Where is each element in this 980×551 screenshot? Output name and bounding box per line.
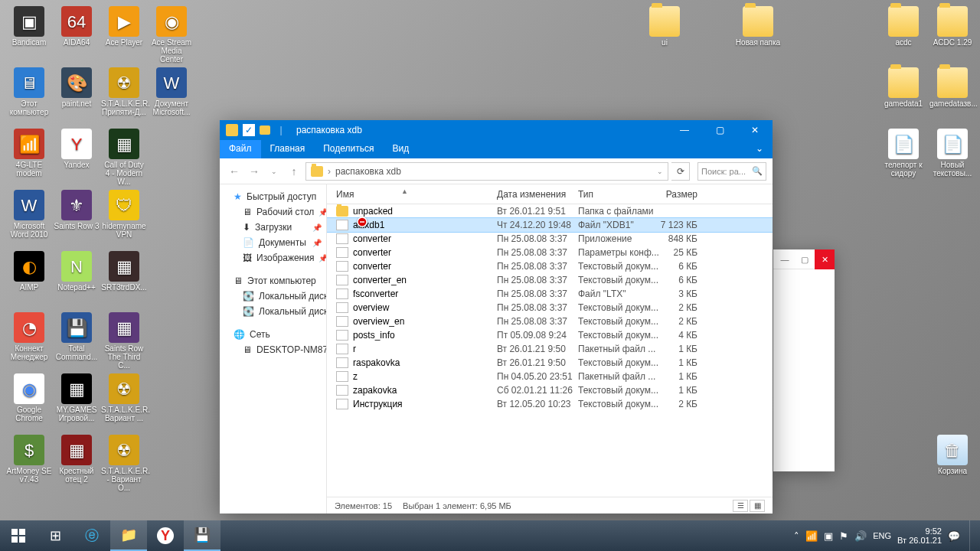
desktop-icon[interactable]: acdc xyxy=(880,6,926,47)
forward-button[interactable]: → xyxy=(246,163,263,180)
tray-modem-icon[interactable]: 📶 xyxy=(805,530,818,542)
desktop-icon[interactable]: Новая папка xyxy=(735,6,781,47)
desktop-icon[interactable]: 🛡hidemyname VPN xyxy=(101,190,147,239)
desktop-icon[interactable]: 64AIDA64 xyxy=(54,6,100,47)
bg-minimize-button[interactable]: — xyxy=(775,249,795,269)
desktop-icon[interactable]: ◐AIMP xyxy=(6,251,52,292)
file-row[interactable]: raspakovkaВт 26.01.21 9:50Текстовый доку… xyxy=(327,356,773,370)
file-row[interactable]: zПн 04.05.20 23:51Пакетный файл ...1 КБ xyxy=(327,370,773,383)
desktop-icon[interactable]: 📄Новый текстовы... xyxy=(929,129,975,178)
desktop-icon[interactable]: ui xyxy=(642,6,688,47)
desktop-icon[interactable]: 📄телепорт к сидору xyxy=(880,129,926,178)
file-row[interactable]: converterПн 25.08.08 3:37Параметры конф.… xyxy=(327,246,773,259)
nav-drive-c[interactable]: 💽Локальный диск (C xyxy=(220,289,326,304)
desktop-icon[interactable]: $ArtMoney SE v7.43 xyxy=(6,435,52,484)
taskbar-yandex[interactable]: Y xyxy=(147,520,184,551)
desktop-icon[interactable]: 💾Total Command... xyxy=(54,312,100,361)
desktop-icon[interactable]: ▦Call of Duty 4 - Modern W... xyxy=(101,129,147,186)
desktop-icon[interactable]: 📶4G-LTE modem xyxy=(6,129,52,178)
desktop-icon[interactable]: ⚜Saints Row 3 xyxy=(54,190,100,230)
taskbar-ie[interactable]: ⓔ xyxy=(74,520,110,551)
titlebar[interactable]: ✓ | распаковка xdb — ▢ ✕ xyxy=(220,120,773,140)
minimize-button[interactable]: — xyxy=(667,120,702,140)
file-row[interactable]: fsconverterПн 25.08.08 3:37Файл "LTX"3 К… xyxy=(327,287,773,301)
tray-language[interactable]: ENG xyxy=(873,531,891,540)
tab-view[interactable]: Вид xyxy=(383,140,418,158)
back-button[interactable]: ← xyxy=(226,163,243,180)
nav-quick-access[interactable]: ★Быстрый доступ xyxy=(220,189,326,204)
file-row[interactable]: rВт 26.01.21 9:50Пакетный файл ...1 КБ xyxy=(327,342,773,356)
up-button[interactable]: ↑ xyxy=(286,163,302,180)
desktop[interactable]: ▣Bandicam64AIDA64▶Ace Player◉Ace Stream … xyxy=(0,0,980,520)
desktop-icon[interactable]: ☢S.T.A.L.K.E.R. - Вариант О... xyxy=(101,435,147,492)
breadcrumb[interactable]: › распаковка xdb ⌄ xyxy=(305,162,668,181)
nav-network[interactable]: 🌐Сеть xyxy=(220,327,326,342)
desktop-icon[interactable]: ▶Ace Player xyxy=(101,6,147,47)
task-view-button[interactable]: ⊞ xyxy=(37,520,74,551)
file-row[interactable]: overviewПн 25.08.08 3:37Текстовый докум.… xyxy=(327,301,773,315)
maximize-button[interactable]: ▢ xyxy=(702,120,737,140)
desktop-icon[interactable]: ☢S.T.A.L.K.E.R. Припяти-Д... xyxy=(101,67,147,116)
recent-dropdown[interactable]: ⌄ xyxy=(266,163,283,180)
tray-clock[interactable]: 9:52 Вт 26.01.21 xyxy=(897,527,942,545)
desktop-icon[interactable]: gamedata1 xyxy=(880,67,926,108)
tab-share[interactable]: Поделиться xyxy=(314,140,383,158)
desktop-icon[interactable]: ☢S.T.A.L.K.E.R. Вариант ... xyxy=(101,373,147,422)
chevron-down-icon[interactable]: ⌄ xyxy=(657,168,663,175)
desktop-icon[interactable]: ▣Bandicam xyxy=(6,6,52,47)
view-icons-button[interactable]: ▦ xyxy=(750,500,765,512)
tab-home[interactable]: Главная xyxy=(261,140,315,158)
file-row[interactable]: converter_enПн 25.08.08 3:37Текстовый до… xyxy=(327,273,773,287)
file-row[interactable]: zapakovkaСб 02.01.21 11:26Текстовый доку… xyxy=(327,383,773,397)
column-headers[interactable]: Имя▲ Дата изменения Тип Размер xyxy=(327,184,773,204)
nav-documents[interactable]: 📄Документы📌 xyxy=(220,235,326,250)
desktop-icon[interactable]: ◔Коннект Менеджер xyxy=(6,312,52,361)
desktop-icon[interactable]: WMicrosoft Word 2010 xyxy=(6,190,52,239)
bg-maximize-button[interactable]: ▢ xyxy=(795,249,815,269)
show-desktop-button[interactable] xyxy=(969,520,974,551)
desktop-icon[interactable]: gamedataзв... xyxy=(929,67,975,108)
ribbon-expand-icon[interactable]: ⌄ xyxy=(746,140,773,158)
nav-this-pc[interactable]: 🖥Этот компьютер xyxy=(220,273,326,289)
col-size[interactable]: Размер xyxy=(659,189,705,200)
search-input[interactable]: Поиск: ра... 🔍 xyxy=(697,162,766,181)
col-type[interactable]: Тип xyxy=(578,189,659,200)
file-row[interactable]: unpackedВт 26.01.21 9:51Папка с файлами xyxy=(327,204,773,218)
nav-remote-pc[interactable]: 🖥DESKTOP-NM875TI xyxy=(220,342,326,357)
desktop-icon[interactable]: ▦SRT3trdDX... xyxy=(101,251,147,292)
file-row[interactable]: all.xdb1Чт 24.12.20 19:48Файл "XDB1"7 12… xyxy=(327,218,773,232)
taskbar-explorer[interactable]: 📁 xyxy=(110,520,147,551)
desktop-icon[interactable]: ACDC 1.29 xyxy=(929,6,975,47)
desktop-icon[interactable]: 🎨paint.net xyxy=(54,67,100,108)
bg-close-button[interactable]: ✕ xyxy=(815,249,835,269)
nav-drive-d[interactable]: 💽Локальный диск ( xyxy=(220,304,326,319)
nav-pane[interactable]: ★Быстрый доступ 🖥Рабочий стол📌 ⬇Загрузки… xyxy=(220,184,327,514)
taskbar-total-commander[interactable]: 💾 xyxy=(184,520,220,551)
checkbox-icon[interactable]: ✓ xyxy=(243,124,255,136)
nav-downloads[interactable]: ⬇Загрузки📌 xyxy=(220,220,326,235)
file-row[interactable]: converterПн 25.08.08 3:37Текстовый докум… xyxy=(327,259,773,273)
nav-pictures[interactable]: 🖼Изображения📌 xyxy=(220,250,326,266)
file-list[interactable]: unpackedВт 26.01.21 9:51Папка с файламиa… xyxy=(327,204,773,497)
tray-volume-icon[interactable]: 🔊 xyxy=(854,530,867,542)
desktop-icon[interactable]: ▦MY.GAMES Игровой... xyxy=(54,373,100,422)
desktop-icon[interactable]: NNotepad++ xyxy=(54,251,100,292)
nav-desktop[interactable]: 🖥Рабочий стол📌 xyxy=(220,204,326,220)
file-row[interactable]: posts_infoПт 05.09.08 9:24Текстовый доку… xyxy=(327,328,773,342)
desktop-icon[interactable]: ▦Saints Row The Third C... xyxy=(101,312,147,370)
col-name[interactable]: Имя▲ xyxy=(336,189,497,200)
col-date[interactable]: Дата изменения xyxy=(497,189,578,200)
desktop-icon[interactable]: ◉Ace Stream Media Center xyxy=(149,6,194,64)
tab-file[interactable]: Файл xyxy=(220,140,261,158)
desktop-icon[interactable]: WДокумент Microsoft... xyxy=(149,67,194,116)
tray-notify-icon[interactable]: ⚑ xyxy=(839,530,848,542)
file-row[interactable]: ИнструкцияВт 12.05.20 10:23Текстовый док… xyxy=(327,397,773,411)
desktop-icon[interactable]: ▦Крестный отец 2 xyxy=(54,435,100,484)
close-button[interactable]: ✕ xyxy=(737,120,773,140)
tray-action-center-icon[interactable]: 💬 xyxy=(948,530,960,542)
taskbar[interactable]: ⊞ ⓔ 📁 Y 💾 ˄ 📶 ▣ ⚑ 🔊 ENG 9:52 Вт 26.01.21… xyxy=(0,520,980,551)
system-tray[interactable]: ˄ 📶 ▣ ⚑ 🔊 ENG 9:52 Вт 26.01.21 💬 xyxy=(788,520,980,551)
file-row[interactable]: converterПн 25.08.08 3:37Приложение848 К… xyxy=(327,232,773,246)
tray-bandicam-icon[interactable]: ▣ xyxy=(824,530,833,542)
tray-chevron-icon[interactable]: ˄ xyxy=(794,530,799,542)
